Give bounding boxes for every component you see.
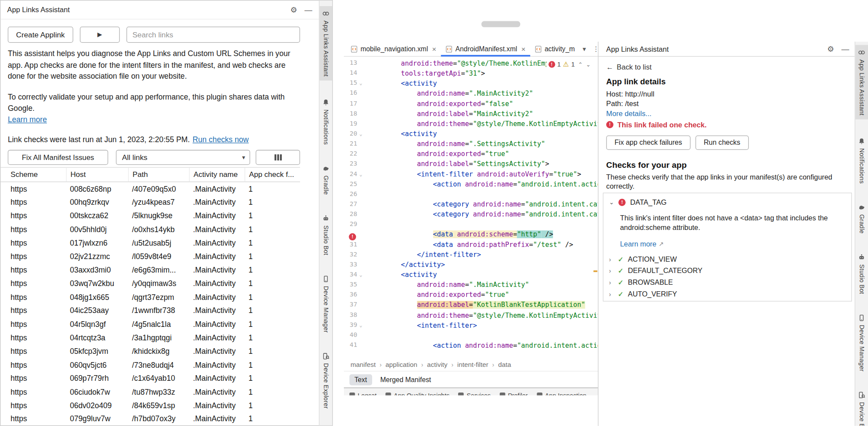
tool-strip-item-device-manager[interactable]: Device Manager (855, 310, 868, 375)
check-item-browsable[interactable]: ›✓BROWSABLE (609, 276, 702, 288)
hidden-tabs-chevron-icon[interactable]: ▾ (579, 45, 589, 53)
table-row[interactable]: https04rtcqtz3a/3a1hgptqgi.MainActivity1 (0, 331, 300, 345)
table-row[interactable]: https079g9luv7w/h7bd07ox3y.MainActivity1 (0, 413, 300, 426)
table-row[interactable]: https069p7r79rh/c1x64yab10.MainActivity1 (0, 372, 300, 385)
tool-strip-item-notifications[interactable]: Notifications (855, 134, 868, 188)
breadcrumb-item[interactable]: data (498, 361, 511, 369)
bottom-bar-item-logcat[interactable]: Logcat (350, 392, 376, 396)
chevron-right-icon: › (609, 256, 613, 262)
gear-icon[interactable]: ⚙ (827, 45, 834, 53)
table-row[interactable]: https017jwlxzn6/u5t2usab5j.MainActivity1 (0, 236, 300, 250)
fold-marker-icon[interactable]: ⌄ (357, 129, 365, 139)
column-header-activity-name[interactable]: Activity name (189, 168, 245, 182)
tool-strip-item-device-explorer[interactable]: Device Explorer (320, 349, 332, 413)
fold-marker-icon[interactable]: ⌄ (357, 270, 365, 280)
column-settings-button[interactable] (256, 150, 300, 165)
column-header-scheme[interactable]: Scheme (0, 168, 66, 182)
close-icon[interactable]: ✕ (521, 46, 526, 52)
close-icon[interactable]: ✕ (432, 46, 437, 52)
editor-tab-mobile_navigation.xml[interactable]: mobile_navigation.xml✕ (346, 42, 441, 56)
tool-strip-label: Gradle (323, 176, 329, 195)
previous-issue-icon[interactable]: ⌃ (578, 61, 583, 67)
check-item-auto_verify[interactable]: ›✓AUTO_VERIFY (609, 288, 702, 300)
column-header-app-check[interactable]: App check f... (244, 168, 300, 182)
next-issue-icon[interactable]: ⌄ (586, 61, 591, 67)
run-link-checks-button[interactable]: ▶ (80, 27, 120, 43)
device-icon (322, 275, 330, 283)
breadcrumb-item[interactable]: activity (427, 361, 448, 369)
fix-app-check-failures-button[interactable]: Fix app check failures (606, 136, 690, 150)
table-row[interactable]: https00tskcza62/5lknugk9se.MainActivity1 (0, 209, 300, 223)
table-row[interactable]: https04ic253aay/1wwnfbr738.MainActivity1 (0, 304, 300, 317)
bottom-tab-text[interactable]: Text (350, 374, 372, 385)
table-row[interactable]: https008c6z68np/407e09q5x0.MainActivity1 (0, 182, 300, 196)
links-filter-dropdown[interactable]: All links ▾ (116, 150, 250, 165)
fix-all-manifest-issues-button[interactable]: Fix All Manifest Issues (8, 150, 108, 165)
tool-strip-item-gradle[interactable]: Gradle (855, 200, 868, 238)
fold-gutter (357, 260, 365, 270)
tool-strip-item-app-links-assistant[interactable]: App Links Assistant (320, 6, 332, 80)
table-row[interactable]: https00v5hhld0j/o0xhs14ykb.MainActivity1 (0, 223, 300, 236)
column-header-host[interactable]: Host (66, 168, 128, 182)
table-row[interactable]: https03wq7w2kbu/y0qqimaw3s.MainActivity1 (0, 277, 300, 290)
table-row[interactable]: https06dv02o409/84k659v1sp.MainActivity1 (0, 399, 300, 412)
table-cell: https (0, 345, 66, 358)
table-row[interactable]: https03axxd3mi0/e6g63mim....MainActivity… (0, 263, 300, 277)
editor-tab-activity_m[interactable]: activity_m (530, 42, 579, 56)
error-count: 1 (557, 61, 561, 68)
table-row[interactable]: https04r5lqn3gf/4g5nalc1la.MainActivity1 (0, 317, 300, 331)
check-item-data-tag[interactable]: ⌄ ! DATA_TAG (609, 198, 667, 206)
check-item-default_category[interactable]: ›✓DEFAULT_CATEGORY (609, 265, 702, 276)
breadcrumb-item[interactable]: application (386, 361, 417, 369)
editor-tab-AndroidManifest.xml[interactable]: AndroidManifest.xml✕ (441, 42, 530, 56)
tool-strip-item-studio-bot[interactable]: Studio Bot (855, 250, 868, 298)
column-header-path[interactable]: Path (128, 168, 189, 182)
warning-stripe-mark[interactable] (594, 270, 597, 272)
gear-icon[interactable]: ⚙ (290, 6, 297, 13)
learn-more-link[interactable]: Learn more ↗ (620, 240, 663, 248)
table-row[interactable]: https05kfcp3jvm/khidckix8g.MainActivity1 (0, 345, 300, 358)
line-number: 15 (344, 78, 357, 88)
code-editor[interactable]: 13 android:theme="@style/Theme.KotlinEmp… (344, 57, 598, 358)
code-line: 40 (344, 330, 598, 340)
table-cell: /h7bd07ox3y (128, 413, 189, 426)
create-applink-button[interactable]: Create Applink (8, 27, 73, 43)
tool-strip-item-device-explorer[interactable]: Device Explorer (855, 387, 868, 426)
check-item-action_view[interactable]: ›✓ACTION_VIEW (609, 253, 702, 265)
tool-strip-item-app-links-assistant[interactable]: App Links Assistant (855, 45, 868, 119)
learn-more-link[interactable]: Learn more (8, 116, 47, 124)
run-checks-now-link[interactable]: Run checks now (193, 136, 249, 144)
tool-window-icon (350, 393, 355, 395)
tool-strip-item-notifications[interactable]: Notifications (320, 95, 332, 149)
code-text: tools:targetApi="31"> (364, 68, 485, 78)
minimize-icon[interactable]: — (304, 6, 312, 13)
check-name: ACTION_VIEW (628, 255, 677, 263)
inspection-widget[interactable]: ! 1 ⚠ 1 ⌃ ⌄ (545, 60, 593, 68)
line-number: 23 (344, 159, 357, 169)
breadcrumb-item[interactable]: intent-filter (457, 361, 488, 369)
breadcrumb-item[interactable]: manifest (350, 361, 376, 369)
fold-marker-icon[interactable]: ⌄ (357, 169, 365, 179)
fold-marker-icon[interactable]: ⌄ (357, 320, 365, 330)
search-links-input[interactable] (126, 27, 300, 43)
bottom-bar-item-app-inspection[interactable]: App Inspection (537, 392, 587, 396)
more-details-link[interactable]: More details... (606, 110, 651, 118)
table-row[interactable]: https048jg1x665/qgrt37ezpm.MainActivity1 (0, 290, 300, 304)
bottom-bar-item-profiler[interactable]: Profiler (500, 392, 528, 396)
table-row[interactable]: https00hq9zrkqv/yzu4kpeas7.MainActivity1 (0, 196, 300, 209)
tool-strip-item-gradle[interactable]: Gradle (320, 161, 332, 199)
table-row[interactable]: https060qv5jct6/73ne8udqj4.MainActivity1 (0, 358, 300, 372)
back-to-list-button[interactable]: ← Back to list (606, 63, 652, 71)
table-row[interactable]: https06ciudok7w/tu87hwp33z.MainActivity1 (0, 385, 300, 399)
tool-strip-item-studio-bot[interactable]: Studio Bot (320, 211, 332, 259)
tool-strip-item-device-manager[interactable]: Device Manager (320, 271, 332, 336)
table-row[interactable]: https02jv21zzmc/l059v8t4e9.MainActivity1 (0, 250, 300, 263)
run-checks-button[interactable]: Run checks (695, 136, 748, 150)
bottom-bar-item-services[interactable]: Services (459, 392, 491, 396)
table-cell: .MainActivity (189, 399, 245, 412)
gradle-icon (322, 165, 330, 172)
bottom-bar-item-app-quality-insights[interactable]: App Quality Insights (386, 392, 450, 396)
minimize-icon[interactable]: — (842, 45, 849, 53)
bottom-tab-merged-manifest[interactable]: Merged Manifest (375, 374, 436, 385)
fold-marker-icon[interactable]: ⌄ (357, 78, 365, 88)
